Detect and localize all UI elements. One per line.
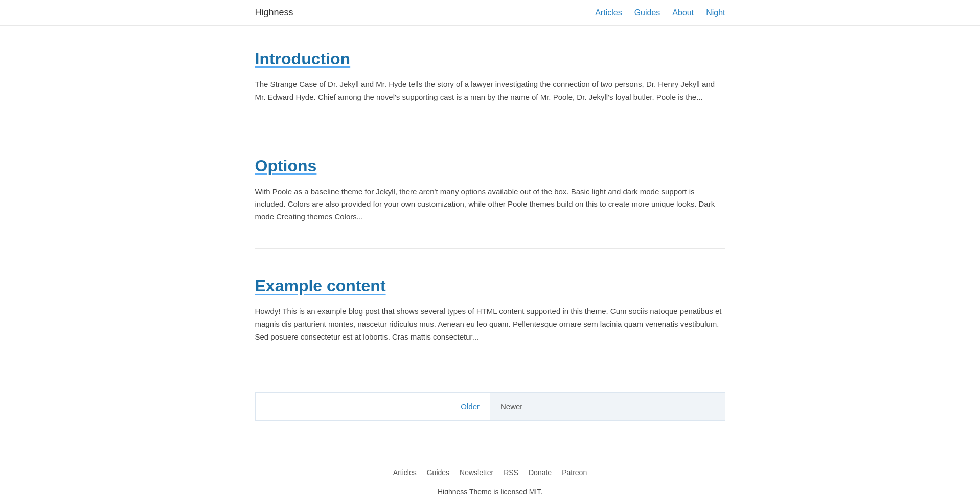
post-excerpt: Howdy! This is an example blog post that… bbox=[255, 305, 725, 343]
pagination-newer[interactable]: Newer bbox=[490, 392, 725, 421]
main-content: IntroductionThe Strange Case of Dr. Jeky… bbox=[245, 26, 736, 452]
site-logo[interactable]: Highness bbox=[255, 5, 293, 20]
post-title[interactable]: Example content bbox=[255, 273, 725, 299]
footer-link-rss[interactable]: RSS bbox=[504, 467, 518, 478]
nav-guides[interactable]: Guides bbox=[634, 6, 660, 19]
post-title[interactable]: Introduction bbox=[255, 46, 725, 72]
footer-license: Highness Theme is licensed MIT. bbox=[10, 486, 970, 494]
post-excerpt: The Strange Case of Dr. Jekyll and Mr. H… bbox=[255, 78, 725, 104]
site-header: Highness Articles Guides About Night bbox=[0, 0, 980, 26]
footer-link-articles[interactable]: Articles bbox=[393, 467, 417, 478]
post-entry: OptionsWith Poole as a baseline theme fo… bbox=[255, 153, 725, 248]
main-nav: Articles Guides About Night bbox=[595, 6, 725, 19]
pagination-older[interactable]: Older bbox=[255, 392, 490, 421]
newer-link[interactable]: Newer bbox=[500, 402, 522, 411]
posts-list: IntroductionThe Strange Case of Dr. Jeky… bbox=[255, 46, 725, 368]
footer-link-newsletter[interactable]: Newsletter bbox=[460, 467, 493, 478]
older-link[interactable]: Older bbox=[461, 402, 480, 411]
site-footer: ArticlesGuidesNewsletterRSSDonatePatreon… bbox=[0, 452, 980, 494]
nav-night[interactable]: Night bbox=[706, 6, 725, 19]
footer-link-patreon[interactable]: Patreon bbox=[562, 467, 587, 478]
post-title[interactable]: Options bbox=[255, 153, 725, 179]
post-entry: Example contentHowdy! This is an example… bbox=[255, 273, 725, 368]
footer-link-donate[interactable]: Donate bbox=[529, 467, 552, 478]
post-excerpt: With Poole as a baseline theme for Jekyl… bbox=[255, 186, 725, 223]
footer-links: ArticlesGuidesNewsletterRSSDonatePatreon bbox=[10, 467, 970, 478]
pagination: Older Newer bbox=[255, 392, 725, 421]
footer-link-guides[interactable]: Guides bbox=[427, 467, 449, 478]
nav-about[interactable]: About bbox=[672, 6, 694, 19]
post-entry: IntroductionThe Strange Case of Dr. Jeky… bbox=[255, 46, 725, 129]
nav-articles[interactable]: Articles bbox=[595, 6, 622, 19]
